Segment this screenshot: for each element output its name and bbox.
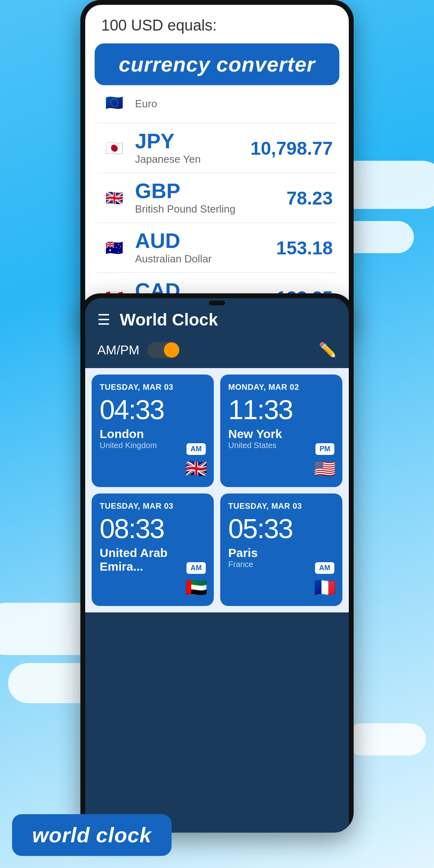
ampm-toggle[interactable] [147,342,180,358]
clock-city-paris: Paris [228,546,334,560]
clock-card-uae[interactable]: TUESDAY, MAR 03 08:33 AM United Arab Emi… [92,493,214,606]
ampm-badge-newyork: PM [315,443,334,455]
clock-card-paris[interactable]: TUESDAY, MAR 03 05:33 AM Paris France 🇫🇷 [220,493,342,606]
clock-date-london: TUESDAY, MAR 03 [100,383,206,392]
currency-code-gbp: GBP [135,180,287,201]
ampm-badge-paris: AM [315,562,334,574]
currency-value-gbp: 78.23 [287,187,333,209]
flag-aud: 🇦🇺 [101,235,127,261]
currency-name-jpy: Japanese Yen [135,153,250,166]
currency-info-jpy: JPY Japanese Yen [135,131,250,166]
flag-eur: 🇪🇺 [101,90,127,116]
world-clock-phone: ☰ World Clock AM/PM ✏️ TUESDAY, MAR 03 0… [80,293,354,833]
ampm-badge-london: AM [186,443,206,455]
clock-date-paris: TUESDAY, MAR 03 [228,502,334,511]
clock-city-london: London [100,427,206,441]
hamburger-menu-icon[interactable]: ☰ [97,311,110,328]
clock-time-london: 04:33 [100,396,206,423]
flag-jpy: 🇯🇵 [101,135,127,161]
clock-time-newyork: 11:33 [228,396,334,423]
currency-value-aud: 153.18 [276,237,333,259]
flag-uk-icon: 🇬🇧 [185,458,207,479]
world-clock-controls: AM/PM ✏️ [97,338,337,368]
currency-info-aud: AUD Australian Dollar [135,230,276,265]
world-clock-title-bar: ☰ World Clock [97,310,337,330]
currency-info-eur: Euro [135,96,333,110]
currency-title: 100 USD equals: [97,17,337,34]
currency-row-jpy[interactable]: 🇯🇵 JPY Japanese Yen 10,798.77 [97,123,337,173]
clock-time-paris: 05:33 [228,515,334,542]
flag-gbp: 🇬🇧 [101,185,127,211]
world-clock-label: world clock [12,814,172,856]
clock-date-uae: TUESDAY, MAR 03 [100,502,206,511]
phone-screen-bottom: ☰ World Clock AM/PM ✏️ TUESDAY, MAR 03 0… [85,298,349,833]
currency-value-jpy: 10,798.77 [250,137,333,159]
toggle-knob [164,342,179,358]
phone-notch [209,301,225,305]
clock-card-london[interactable]: TUESDAY, MAR 03 04:33 AM London United K… [92,375,214,487]
currency-row-gbp[interactable]: 🇬🇧 GBP British Pound Sterling 78.23 [97,173,337,223]
clock-card-newyork[interactable]: MONDAY, MAR 02 11:33 PM New York United … [220,375,342,487]
currency-code-aud: AUD [135,230,276,251]
clock-time-uae: 08:33 [100,515,206,542]
currency-name-eur: Euro [135,98,333,110]
currency-name-gbp: British Pound Sterling [135,203,287,215]
currency-name-aud: Australian Dollar [135,253,276,265]
cloud-decoration [346,723,426,755]
clock-city-newyork: New York [228,427,334,441]
ampm-label: AM/PM [97,343,139,358]
ampm-badge-uae: AM [186,562,206,574]
currency-code-jpy: JPY [135,131,250,151]
currency-converter-label: currency converter [94,43,339,85]
currency-row-aud[interactable]: 🇦🇺 AUD Australian Dollar 153.18 [97,223,337,273]
flag-ae-icon: 🇦🇪 [185,577,207,598]
world-clock-header: ☰ World Clock AM/PM ✏️ [85,298,349,368]
clock-date-newyork: MONDAY, MAR 02 [228,383,334,392]
flag-fr-icon: 🇫🇷 [314,577,336,598]
world-clock-title: World Clock [120,310,218,330]
currency-row-eur[interactable]: 🇪🇺 Euro [97,83,337,123]
flag-us-icon: 🇺🇸 [314,458,336,479]
clock-grid: TUESDAY, MAR 03 04:33 AM London United K… [85,368,349,612]
edit-icon[interactable]: ✏️ [319,342,337,358]
currency-info-gbp: GBP British Pound Sterling [135,180,287,215]
